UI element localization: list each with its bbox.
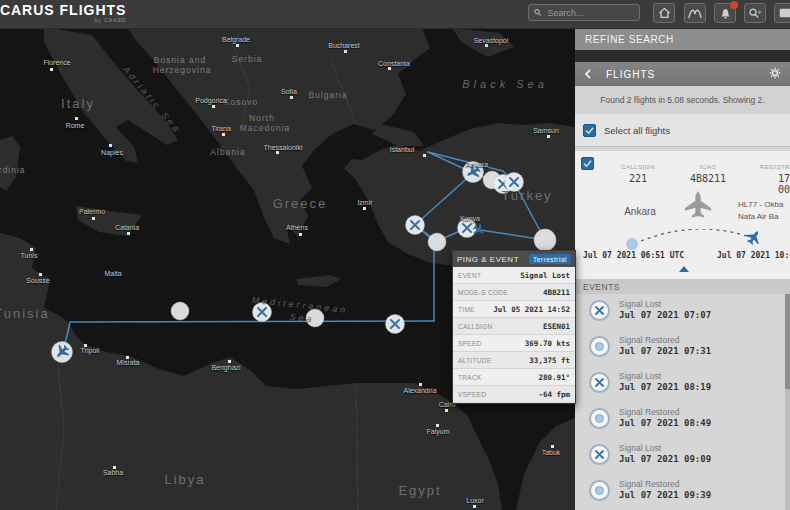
city-dot — [290, 96, 293, 99]
app-logo: ICARUS FLIGHTS by CAASD — [0, 3, 126, 23]
ping-event-tooltip: PING & EVENT Terrestrial EVENTSignal Los… — [452, 250, 576, 404]
signal-restored-icon — [589, 480, 610, 501]
city-dot — [419, 383, 422, 386]
icao-label: ICAO — [700, 164, 717, 170]
origin-city: Ankara — [624, 206, 656, 217]
signal-lost-icon — [589, 372, 610, 393]
panels-icon — [779, 8, 790, 18]
ping-marker[interactable] — [428, 233, 446, 251]
home-button[interactable] — [653, 3, 675, 23]
signal-lost-icon — [589, 300, 610, 321]
notification-badge — [730, 1, 738, 9]
registration-label: REGISTRATION — [760, 164, 790, 170]
city-dot — [228, 360, 231, 363]
global-search[interactable] — [528, 4, 640, 21]
bell-icon — [720, 8, 731, 19]
callsign-value: 221 — [629, 173, 647, 184]
select-all-label: Select all flights — [604, 125, 670, 136]
flight-checkbox[interactable] — [581, 157, 594, 170]
flights-header-bar: FLIGHTS — [575, 62, 790, 86]
city-dot — [236, 44, 239, 47]
city-dot — [109, 144, 112, 147]
event-text: Signal LostJul 07 2021 08:19 — [619, 370, 711, 392]
signal-lost-marker[interactable] — [505, 173, 524, 192]
ping-marker[interactable] — [306, 309, 324, 327]
city-dot — [551, 445, 554, 448]
tooltip-row: ALTITUDE33,375 ft — [453, 352, 575, 369]
signal-lost-marker[interactable] — [386, 315, 405, 334]
refine-search-bar[interactable]: REFINE SEARCH — [575, 28, 790, 50]
event-item-lost[interactable]: Signal LostJul 07 2021 09:09 — [575, 442, 790, 478]
city-dot — [84, 344, 87, 347]
results-summary: Found 2 flights in 5.08 seconds. Showing… — [575, 86, 790, 114]
signal-lost-marker[interactable] — [406, 216, 425, 235]
event-item-lost[interactable]: Signal LostJul 07 2021 08:19 — [575, 370, 790, 406]
city-dot — [423, 154, 426, 157]
collapse-events-arrow[interactable] — [679, 266, 689, 272]
event-item-restored[interactable]: Signal RestoredJul 07 2021 07:31 — [575, 334, 790, 370]
right-sidebar: REFINE SEARCH FLIGHTS Found 2 flights in… — [575, 28, 790, 510]
tooltip-row: TRACK280.91° — [453, 369, 575, 386]
select-all-row[interactable]: Select all flights — [575, 114, 790, 147]
search-plus-icon — [749, 8, 762, 19]
event-item-restored[interactable]: Signal RestoredJul 07 2021 08:49 — [575, 406, 790, 442]
event-item-lost[interactable]: Signal LostJul 07 2021 07:07 — [575, 298, 790, 334]
events-scrollbar[interactable] — [785, 294, 790, 510]
signal-lost-marker[interactable] — [253, 303, 272, 322]
departure-time: Jul 07 2021 06:51 UTC — [583, 251, 684, 260]
city-dot — [39, 273, 42, 276]
city-dot — [212, 105, 215, 108]
tooltip-header: PING & EVENT Terrestrial — [453, 251, 575, 267]
panels-button[interactable] — [774, 3, 790, 23]
gear-icon[interactable] — [769, 65, 781, 83]
city-dot — [436, 424, 439, 427]
city-dot — [30, 248, 33, 251]
aircraft-icon — [683, 189, 713, 221]
flight-paths-icon — [688, 8, 702, 19]
flight-card[interactable]: CALLSIGN 221 ICAO 4B8211 REGISTRATION 17… — [575, 151, 790, 279]
signal-restored-icon — [589, 336, 610, 357]
city-dot — [126, 356, 129, 359]
callsign-label: CALLSIGN — [621, 164, 655, 170]
app-title: ICARUS FLIGHTS — [0, 3, 126, 17]
search-icon — [534, 8, 542, 17]
notifications-button[interactable] — [714, 3, 736, 23]
city-dot — [75, 117, 78, 120]
city-dot — [363, 207, 366, 210]
city-dot — [92, 217, 95, 220]
route-arc — [615, 229, 767, 253]
city-dot — [473, 505, 476, 508]
aircraft-position-marker[interactable] — [463, 162, 484, 183]
event-text: Signal RestoredJul 07 2021 09:39 — [619, 478, 711, 500]
signal-restored-icon — [589, 408, 610, 429]
city-dot — [50, 68, 53, 71]
ping-marker[interactable] — [534, 229, 556, 251]
home-icon — [659, 8, 670, 18]
registration-value: 17-002 — [778, 173, 790, 195]
city-dot — [299, 233, 302, 236]
event-text: Signal LostJul 07 2021 07:07 — [619, 298, 711, 320]
event-text: Signal RestoredJul 07 2021 07:31 — [619, 334, 711, 356]
signal-lost-icon — [589, 444, 610, 465]
app-subtitle: by CAASD — [0, 18, 126, 23]
refine-search-label: REFINE SEARCH — [585, 34, 674, 45]
tooltip-row: SPEED369.70 kts — [453, 335, 575, 352]
event-item-restored[interactable]: Signal RestoredJul 07 2021 09:39 — [575, 478, 790, 510]
select-all-checkbox[interactable] — [583, 124, 596, 137]
icao-value: 4B8211 — [690, 173, 726, 184]
search-input[interactable] — [546, 7, 634, 19]
city-dot — [445, 409, 448, 412]
event-text: Signal LostJul 07 2021 09:09 — [619, 442, 711, 464]
ping-marker[interactable] — [171, 302, 189, 320]
tooltip-row: CALLSIGNESEN01 — [453, 318, 575, 335]
flight-paths-button[interactable] — [684, 3, 706, 23]
arrival-time: Jul 07 2021 10:45 — [717, 251, 790, 260]
back-chevron-icon[interactable] — [584, 69, 592, 79]
aircraft-position-marker[interactable] — [52, 342, 73, 363]
tooltip-row: MODE-S CODE4B8211 — [453, 284, 575, 301]
search-plus-button[interactable] — [744, 3, 766, 23]
city-dot — [485, 44, 488, 47]
tooltip-row: TIMEJul 05 2021 14:52 — [453, 301, 575, 318]
tooltip-title: PING & EVENT — [457, 255, 519, 264]
sidebar-divider — [575, 50, 790, 62]
